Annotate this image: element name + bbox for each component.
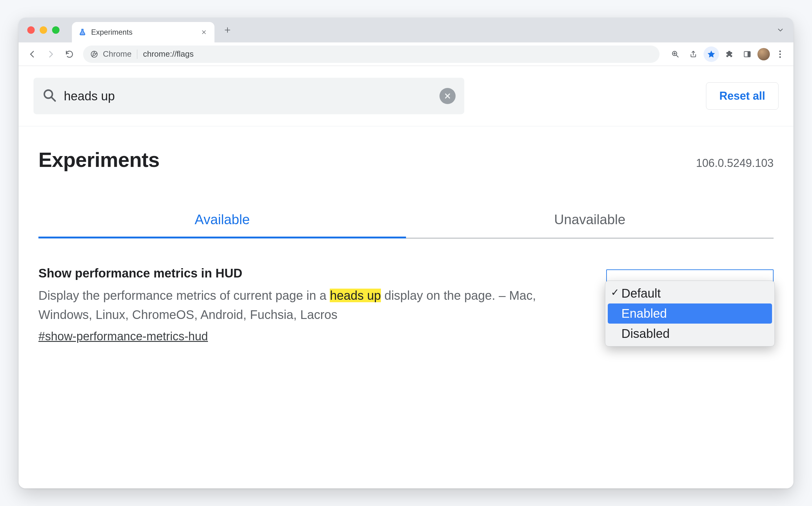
svg-point-1: [93, 53, 95, 56]
profile-avatar[interactable]: [757, 48, 770, 60]
tab-unavailable[interactable]: Unavailable: [406, 202, 773, 239]
svg-point-6: [779, 53, 781, 55]
reset-all-button[interactable]: Reset all: [706, 82, 779, 110]
flags-tabs: Available Unavailable: [39, 202, 773, 239]
page-header: Experiments 106.0.5249.103: [19, 126, 793, 190]
tab-available[interactable]: Available: [39, 202, 406, 239]
clear-search-button[interactable]: [439, 88, 456, 104]
share-icon[interactable]: [685, 47, 701, 62]
extensions-icon[interactable]: [722, 47, 737, 62]
window-close-button[interactable]: [27, 26, 35, 34]
flags-search-row: Reset all: [19, 66, 793, 126]
new-tab-button[interactable]: [219, 22, 235, 38]
flag-dropdown[interactable]: Default Enabled Disabled: [606, 269, 773, 295]
omnibox-origin-label: Chrome: [103, 49, 131, 59]
flag-dropdown-menu: Default Enabled Disabled: [605, 280, 775, 346]
window-fullscreen-button[interactable]: [52, 26, 60, 34]
window-controls: [27, 26, 60, 34]
flag-text: Show performance metrics in HUD Display …: [39, 266, 565, 343]
page-title: Experiments: [39, 148, 160, 172]
forward-button[interactable]: [43, 46, 59, 62]
tab-strip: Experiments: [19, 18, 793, 43]
chrome-version: 106.0.5249.103: [696, 157, 773, 170]
dropdown-option-enabled[interactable]: Enabled: [608, 304, 772, 324]
flask-icon: [78, 28, 87, 36]
bookmark-button[interactable]: [704, 47, 719, 62]
flag-entry: Show performance metrics in HUD Display …: [19, 239, 793, 343]
flag-anchor-link[interactable]: #show-performance-metrics-hud: [39, 330, 208, 343]
tabs-container: Experiments: [72, 18, 214, 43]
toolbar-actions: [668, 47, 788, 62]
svg-point-7: [779, 56, 781, 58]
zoom-icon[interactable]: [668, 47, 683, 62]
reload-button[interactable]: [61, 46, 77, 62]
dropdown-option-default[interactable]: Default: [608, 283, 772, 304]
back-button[interactable]: [24, 46, 40, 62]
flag-desc-highlight: heads up: [330, 288, 381, 302]
flags-search-input[interactable]: [64, 89, 433, 103]
svg-rect-4: [748, 52, 750, 57]
page-content: Reset all Experiments 106.0.5249.103 Ava…: [19, 66, 793, 488]
flag-description: Display the performance metrics of curre…: [39, 286, 565, 324]
omnibox-separator: [137, 50, 137, 59]
chrome-menu-button[interactable]: [772, 47, 788, 62]
svg-point-8: [44, 90, 52, 98]
browser-tab[interactable]: Experiments: [72, 22, 214, 43]
flags-search-box[interactable]: [33, 78, 464, 114]
omnibox-url: chrome://flags: [143, 49, 194, 59]
side-panel-icon[interactable]: [739, 47, 755, 62]
tabs-dropdown-button[interactable]: [773, 23, 787, 37]
svg-point-5: [779, 51, 781, 52]
tab-title: Experiments: [91, 28, 132, 36]
address-bar[interactable]: Chrome chrome://flags: [83, 46, 660, 63]
browser-window: Experiments Chrome: [19, 18, 793, 488]
chrome-icon: [90, 50, 98, 59]
flag-title: Show performance metrics in HUD: [39, 266, 565, 280]
flag-desc-before: Display the performance metrics of curre…: [39, 288, 330, 302]
search-icon: [42, 88, 57, 104]
tab-close-button[interactable]: [200, 28, 208, 36]
dropdown-option-disabled[interactable]: Disabled: [608, 324, 772, 344]
window-minimize-button[interactable]: [40, 26, 47, 34]
browser-toolbar: Chrome chrome://flags: [19, 43, 793, 66]
